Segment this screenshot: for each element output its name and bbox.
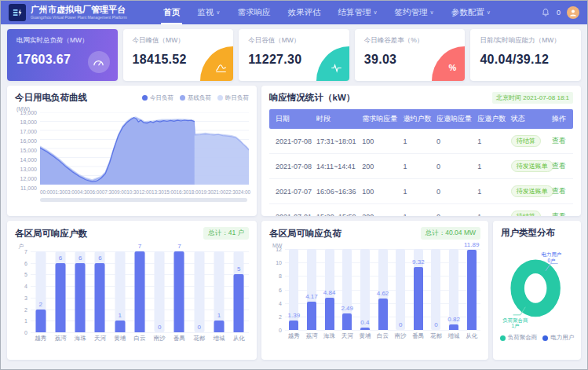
cell-period: 17:31~18:01 — [313, 129, 359, 154]
response-stats-panel: 响应情况统计（kW） 北京时间 2021-07-08 18:1 日期时段需求响应… — [261, 86, 581, 216]
bar-value-label: 0.4 — [360, 319, 369, 326]
households-unit: 户 — [18, 243, 249, 251]
cell-demand: 100 — [359, 129, 400, 154]
bar-column-越秀: 2 — [31, 251, 50, 332]
bar-y-tick-label: 3 — [24, 295, 27, 300]
bar-track — [155, 251, 165, 332]
table-column-header: 时段 — [313, 109, 359, 129]
person-icon — [568, 8, 578, 17]
bar — [75, 263, 86, 332]
view-link[interactable]: 查看 — [552, 187, 566, 195]
cell-period: 15:29~15:59 — [313, 204, 359, 217]
households-panel: 各区局可响应户数 总计：41 户 户 76543210 26661707015 … — [7, 221, 257, 360]
user-avatar[interactable] — [567, 6, 579, 19]
bar-x-label: 花都 — [427, 332, 445, 340]
view-link[interactable]: 查看 — [552, 162, 566, 170]
nav-item-6[interactable]: 参数配置∨ — [443, 1, 499, 24]
x-tick-label: 15:00 — [164, 189, 177, 195]
district-load-title: 各区局可响应负荷 — [269, 228, 341, 240]
bar-y-tick-label: 0 — [279, 328, 282, 333]
y-tick-label: 12,000 — [20, 176, 37, 181]
status-badge: 待发送账单 — [511, 185, 553, 197]
y-tick-label: 17,000 — [20, 129, 37, 134]
legend-item-1[interactable]: 基线负荷 — [180, 94, 211, 102]
cell-status: 待发送账单 — [508, 154, 549, 179]
view-link[interactable]: 查看 — [552, 137, 566, 145]
nav-item-4[interactable]: 结算管理∨ — [329, 1, 385, 24]
bar-x-label: 黄埔 — [356, 332, 374, 340]
cell-period: 14:11~14:41 — [313, 154, 359, 179]
legend-item-2[interactable]: 昨日负荷 — [217, 94, 249, 102]
x-tick-label: 18:00 — [188, 189, 201, 195]
bar-x-label: 花都 — [189, 335, 209, 343]
bar-y-tick-label: 8 — [279, 273, 282, 279]
nav-item-3[interactable]: 效果评估 — [279, 1, 329, 24]
bar-column-从化: 11.89 — [462, 249, 480, 330]
bar-x-label: 白云 — [374, 332, 392, 340]
cell-invited: 1 — [400, 179, 433, 204]
bell-icon[interactable] — [541, 8, 550, 17]
middle-row: 今日用电负荷曲线 今日负荷基线负荷昨日负荷 (MW) 19,00018,0001… — [7, 86, 581, 216]
legend-dot — [217, 95, 223, 101]
nav-item-label: 参数配置 — [451, 7, 484, 18]
nav-item-label: 需求响应 — [237, 7, 270, 18]
cell-status: 待结算 — [508, 129, 549, 154]
load-chart-plot — [40, 112, 249, 188]
table-column-header: 操作 — [549, 109, 573, 129]
bar-value-label: 0.82 — [447, 316, 460, 323]
chart-scrollbar[interactable] — [40, 198, 247, 202]
bar-y-tick-label: 10 — [276, 260, 282, 266]
bar-column-天河: 6 — [90, 251, 110, 332]
nav-item-1[interactable]: 监视∨ — [188, 1, 228, 24]
bar-column-越秀: 1.39 — [285, 249, 303, 330]
y-tick-label: 18,000 — [20, 119, 37, 125]
district-load-x-labels: 越秀荔湾海珠天河黄埔白云南沙番禺花都增城从化 — [285, 332, 480, 340]
cell-invited: 1 — [400, 204, 433, 217]
bar-track — [431, 249, 440, 330]
bar-value-label: 6 — [98, 255, 101, 262]
bar-x-label: 番禺 — [170, 335, 189, 343]
percent-icon: % — [448, 63, 456, 72]
series-area-今日负荷 — [40, 118, 195, 185]
x-tick-label: 09:00 — [115, 189, 127, 195]
kpi-corner-decoration — [200, 46, 233, 81]
cell-status: 待发送账单 — [508, 179, 549, 204]
donut-slice-aggregator[interactable] — [517, 266, 553, 310]
cell-status: 待结算 — [508, 204, 549, 217]
legend-item-0[interactable]: 今日负荷 — [142, 94, 173, 102]
bar-track — [194, 251, 204, 332]
table-column-header: 日期 — [269, 109, 313, 129]
load-chart-svg — [40, 112, 249, 185]
nav-item-2[interactable]: 需求响应 — [228, 1, 279, 24]
bar — [378, 299, 388, 330]
nav-item-0[interactable]: 首页 — [155, 1, 188, 24]
bar-column-增城: 0.82 — [445, 249, 463, 330]
legend-dot — [142, 95, 148, 101]
donut-legend-item-1[interactable]: 电力用户 — [542, 334, 574, 342]
brand-block: 广州市虚拟电厂管理平台 Guangzhou Virtual Power Plan… — [31, 5, 144, 20]
bar-x-label: 海珠 — [71, 335, 90, 343]
load-curve-legend: 今日负荷基线负荷昨日负荷 — [142, 94, 249, 102]
cell-action: 查看 — [549, 204, 573, 217]
response-table-header: 日期时段需求响应量邀约户数应邀响应量应邀户数状态操作 — [269, 109, 573, 129]
bar-y-tick-label: 2 — [24, 306, 27, 312]
x-tick-label: 21:00 — [214, 189, 226, 195]
bar-x-label: 越秀 — [31, 335, 50, 343]
pulse-icon — [331, 63, 342, 73]
district-load-y-axis: 121086420 — [269, 249, 285, 330]
bar-y-tick-label: 4 — [24, 284, 27, 289]
bar-value-label: 1 — [217, 312, 221, 319]
kpi-row: 电网实时总负荷（MW）17603.67今日峰值（MW）18415.52今日谷值（… — [7, 29, 581, 81]
view-link[interactable]: 查看 — [552, 212, 566, 216]
bar-column-南沙: 0 — [150, 251, 170, 332]
dashboard-screen: 广州市虚拟电厂管理平台 Guangzhou Virtual Power Plan… — [0, 0, 588, 370]
app-subtitle: Guangzhou Virtual Power Plant Management… — [31, 15, 127, 19]
legend-label: 电力用户 — [550, 334, 574, 342]
legend-dot — [500, 335, 506, 341]
legend-dot — [542, 335, 548, 341]
bar-x-label: 黄埔 — [110, 335, 130, 343]
nav-item-5[interactable]: 签约管理∨ — [386, 1, 443, 24]
cell-date: 2021-07-07 — [269, 179, 313, 204]
donut-legend-item-0[interactable]: 负荷聚合商 — [500, 334, 538, 342]
x-tick-label: 00:00 — [40, 189, 53, 195]
